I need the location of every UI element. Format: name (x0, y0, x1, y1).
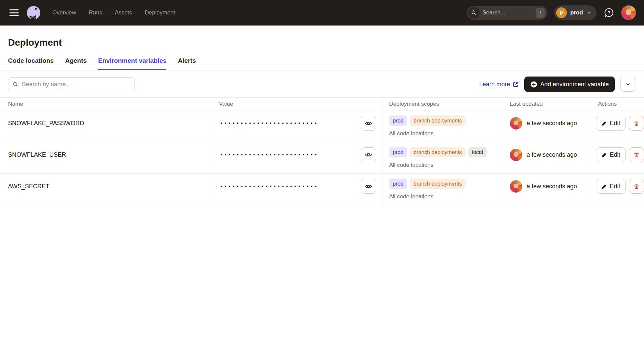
filter-search (8, 77, 135, 91)
tab-environment-variables[interactable]: Environment variables (98, 57, 167, 70)
eye-icon (365, 183, 372, 190)
edit-button[interactable]: Edit (596, 116, 626, 131)
chevron-down-icon (586, 10, 592, 15)
delete-button[interactable] (629, 147, 644, 162)
slash-shortcut-key: / (536, 8, 545, 18)
scope-badge: branch deployments (410, 115, 466, 126)
scope-badge: branch deployments (410, 179, 466, 189)
reveal-value-button[interactable] (361, 147, 376, 162)
edit-button-label: Edit (610, 183, 620, 190)
last-updated-text: a few seconds ago (527, 120, 577, 127)
plus-circle-icon (530, 81, 537, 88)
deployment-switcher-label: prod (570, 9, 583, 16)
external-link-icon (513, 81, 519, 88)
scope-badge: branch deployments (410, 147, 466, 157)
pencil-icon (601, 184, 607, 189)
column-header-last-updated: Last updated (503, 98, 591, 110)
global-search-input[interactable] (480, 9, 536, 16)
reveal-value-button[interactable] (361, 116, 376, 131)
deployment-switcher[interactable]: P prod (554, 5, 596, 20)
column-header-name: Name (0, 98, 212, 110)
learn-more-link[interactable]: Learn more (479, 81, 519, 88)
trash-icon (633, 183, 640, 190)
env-var-toolbar: Learn more Add environment variable (0, 70, 644, 97)
global-search[interactable]: / (467, 6, 547, 20)
tab-agents[interactable]: Agents (65, 57, 87, 70)
tab-bar: Code locations Agents Environment variab… (0, 57, 644, 70)
reveal-value-button[interactable] (361, 179, 376, 194)
masked-value: •••••••••••••••••••••••• (220, 179, 319, 194)
delete-button[interactable] (629, 116, 644, 131)
edit-button[interactable]: Edit (596, 179, 626, 194)
last-updated-text: a few seconds ago (527, 183, 577, 190)
code-locations-text: All code locations (389, 130, 503, 137)
masked-value: •••••••••••••••••••••••• (220, 147, 319, 162)
tab-code-locations[interactable]: Code locations (8, 57, 54, 70)
learn-more-label: Learn more (479, 81, 510, 88)
nav-link-runs[interactable]: Runs (89, 9, 102, 16)
scope-badge: local (468, 147, 487, 157)
pencil-icon (601, 120, 607, 126)
column-header-deployment-scopes: Deployment scopes (382, 98, 503, 110)
page-header: Deployment (0, 26, 644, 48)
last-updated-text: a few seconds ago (527, 151, 577, 158)
tab-alerts[interactable]: Alerts (178, 57, 196, 70)
nav-link-deployment[interactable]: Deployment (145, 9, 175, 16)
filter-by-name-input[interactable] (8, 77, 135, 91)
trash-icon (633, 151, 640, 158)
add-environment-variable-button[interactable]: Add environment variable (524, 77, 615, 92)
dagster-logo-icon[interactable] (25, 5, 42, 21)
column-header-value: Value (212, 98, 382, 110)
eye-icon (365, 119, 372, 127)
top-navbar: Overview Runs Assets Deployment / P prod (0, 0, 644, 26)
add-options-dropdown-button[interactable] (620, 77, 636, 92)
masked-value: •••••••••••••••••••••••• (220, 116, 319, 131)
table-row: AWS_SECRET •••••••••••••••••••••••• prod… (0, 174, 644, 205)
env-var-name: AWS_SECRET (0, 174, 212, 205)
svg-text:?: ? (607, 10, 610, 15)
scope-badge: prod (389, 115, 407, 126)
edit-button-label: Edit (610, 120, 620, 127)
scope-badge: prod (389, 179, 407, 189)
search-icon (12, 82, 18, 87)
scope-badge: prod (389, 147, 407, 157)
trash-icon (633, 120, 640, 127)
table-header-row: Name Value Deployment scopes Last update… (0, 97, 644, 110)
env-var-name: SNOWFLAKE_USER (0, 142, 212, 173)
edit-button-label: Edit (610, 151, 620, 158)
column-header-actions: Actions (591, 98, 644, 110)
pencil-icon (601, 152, 607, 158)
table-row: SNOWFLAKE_USER •••••••••••••••••••••••• … (0, 142, 644, 174)
nav-link-assets[interactable]: Assets (115, 9, 132, 16)
navbar-right: / P prod ? (467, 5, 636, 20)
page-title: Deployment (8, 37, 636, 48)
edit-button[interactable]: Edit (596, 147, 626, 162)
deployment-avatar: P (556, 7, 567, 18)
updater-avatar (510, 149, 522, 161)
nav-link-overview[interactable]: Overview (52, 9, 76, 16)
delete-button[interactable] (629, 179, 644, 194)
add-button-label: Add environment variable (540, 81, 609, 88)
environment-variables-table: Name Value Deployment scopes Last update… (0, 97, 644, 205)
help-icon[interactable]: ? (603, 7, 614, 18)
updater-avatar (510, 117, 522, 130)
primary-nav: Overview Runs Assets Deployment (52, 9, 175, 16)
code-locations-text: All code locations (389, 193, 503, 200)
code-locations-text: All code locations (389, 162, 503, 168)
updater-avatar (510, 180, 522, 193)
user-avatar[interactable] (621, 5, 636, 20)
table-row: SNOWFLAKE_PASSWORD •••••••••••••••••••••… (0, 110, 644, 142)
menu-icon[interactable] (9, 9, 19, 16)
search-icon (468, 7, 480, 18)
toolbar-actions: Learn more Add environment variable (479, 77, 636, 92)
eye-icon (365, 151, 372, 159)
chevron-down-icon (625, 82, 631, 87)
env-var-name: SNOWFLAKE_PASSWORD (0, 110, 212, 142)
